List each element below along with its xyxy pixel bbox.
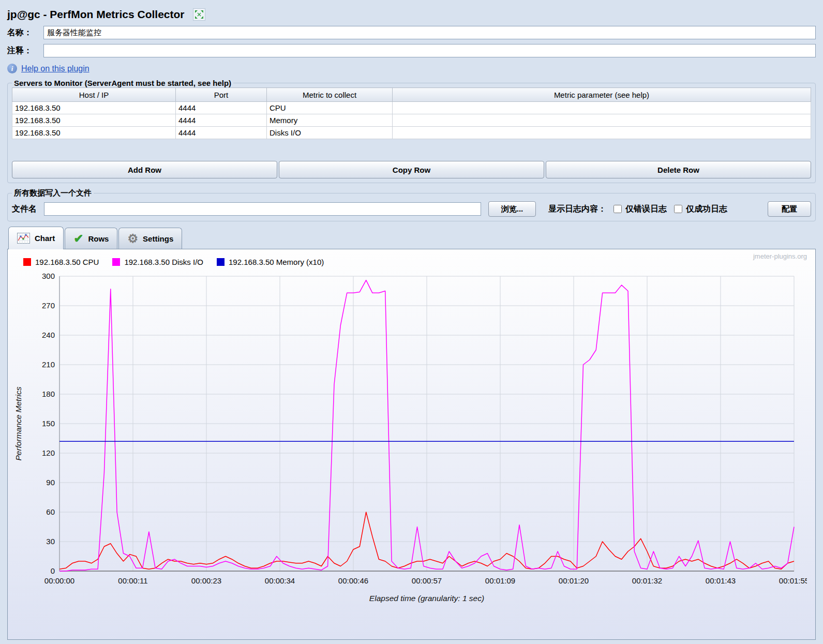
svg-text:240: 240	[42, 331, 55, 339]
header: jp@gc - PerfMon Metrics Collector	[7, 3, 816, 26]
cell-port[interactable]: 4444	[176, 127, 267, 139]
cell-metric[interactable]: CPU	[267, 102, 393, 114]
svg-text:00:01:20: 00:01:20	[559, 576, 589, 585]
file-fieldset: 所有数据写入一个文件 文件名 浏览... 显示日志内容： 仅错误日志 仅成功日志…	[7, 188, 816, 221]
column-header-metric: Metric to collect	[267, 88, 393, 102]
cell-host[interactable]: 192.168.3.50	[12, 102, 176, 114]
svg-text:60: 60	[46, 507, 55, 516]
errors-only-label: 仅错误日志	[625, 204, 667, 215]
file-fieldset-title: 所有数据写入一个文件	[12, 188, 94, 198]
add-row-button[interactable]: Add Row	[12, 161, 277, 178]
svg-text:00:01:55: 00:01:55	[779, 576, 807, 585]
cell-port[interactable]: 4444	[176, 102, 267, 114]
config-button[interactable]: 配置	[768, 201, 811, 217]
cell-port[interactable]: 4444	[176, 114, 267, 127]
legend-item-memory: 192.168.3.50 Memory (x10)	[217, 258, 324, 266]
browse-button[interactable]: 浏览...	[488, 201, 536, 217]
cell-host[interactable]: 192.168.3.50	[12, 114, 176, 127]
info-icon: i	[7, 64, 17, 73]
cell-host[interactable]: 192.168.3.50	[12, 127, 176, 139]
table-button-row: Add Row Copy Row Delete Row	[12, 161, 811, 178]
page-title: jp@gc - PerfMon Metrics Collector	[7, 8, 185, 21]
comments-input[interactable]	[43, 44, 816, 57]
comments-row: 注释：	[7, 44, 816, 57]
svg-text:00:01:43: 00:01:43	[706, 576, 736, 585]
comments-label: 注释：	[7, 46, 43, 56]
legend-label-disks: 192.168.3.50 Disks I/O	[124, 258, 203, 266]
legend-swatch-disks	[112, 258, 120, 266]
svg-text:210: 210	[42, 360, 55, 369]
svg-text:00:00:34: 00:00:34	[265, 576, 295, 585]
tab-bar: Chart ✔ Rows ⚙ Settings	[8, 227, 816, 249]
servers-fieldset-title: Servers to Monitor (ServerAgent must be …	[12, 79, 233, 87]
legend-swatch-cpu	[23, 258, 31, 266]
help-row: i Help on this plugin	[7, 64, 816, 73]
svg-text:Elapsed time (granularity: 1 s: Elapsed time (granularity: 1 sec)	[369, 594, 484, 603]
checkmark-icon: ✔	[73, 233, 83, 245]
filename-input[interactable]	[44, 202, 481, 216]
svg-text:00:00:57: 00:00:57	[412, 576, 442, 585]
gear-icon: ⚙	[127, 233, 138, 245]
svg-text:00:00:46: 00:00:46	[338, 576, 368, 585]
perfmon-plugin-window: jp@gc - PerfMon Metrics Collector 名称： 注释…	[0, 0, 823, 644]
svg-text:150: 150	[42, 419, 55, 428]
svg-text:120: 120	[42, 448, 55, 457]
expand-arrows-icon[interactable]	[193, 8, 205, 21]
name-input[interactable]	[43, 26, 816, 39]
success-only-checkbox[interactable]: 仅成功日志	[674, 204, 727, 215]
cell-param[interactable]	[393, 114, 811, 127]
name-row: 名称：	[7, 26, 816, 39]
errors-only-checkbox[interactable]: 仅错误日志	[613, 204, 667, 215]
tab-chart[interactable]: Chart	[8, 227, 64, 249]
svg-text:00:00:23: 00:00:23	[191, 576, 221, 585]
name-label: 名称：	[7, 27, 43, 38]
svg-text:180: 180	[42, 390, 55, 398]
cell-param[interactable]	[393, 127, 811, 139]
legend-label-cpu: 192.168.3.50 CPU	[35, 258, 99, 266]
svg-text:00:00:00: 00:00:00	[44, 576, 74, 585]
cell-param[interactable]	[393, 102, 811, 114]
chart-panel: jmeter-plugins.org 192.168.3.50 CPU 192.…	[7, 249, 816, 640]
svg-text:00:01:32: 00:01:32	[632, 576, 662, 585]
table-row[interactable]: 192.168.3.50 4444 Disks I/O	[12, 127, 811, 139]
legend-item-disks: 192.168.3.50 Disks I/O	[112, 258, 203, 266]
table-row[interactable]: 192.168.3.50 4444 CPU	[12, 102, 811, 114]
svg-text:300: 300	[42, 272, 55, 280]
column-header-host: Host / IP	[12, 88, 176, 102]
svg-text:270: 270	[42, 301, 55, 310]
errors-only-checkbox-box[interactable]	[613, 205, 622, 213]
column-header-port: Port	[176, 88, 267, 102]
svg-text:00:00:11: 00:00:11	[118, 576, 147, 585]
svg-text:00:01:09: 00:01:09	[485, 576, 515, 585]
tab-settings-label: Settings	[143, 234, 173, 243]
filename-label: 文件名	[12, 204, 37, 215]
svg-text:30: 30	[46, 537, 55, 546]
chart-legend: 192.168.3.50 CPU 192.168.3.50 Disks I/O …	[23, 256, 815, 268]
legend-label-memory: 192.168.3.50 Memory (x10)	[229, 258, 324, 266]
watermark-text: jmeter-plugins.org	[753, 252, 807, 260]
svg-text:90: 90	[46, 478, 55, 487]
chart-svg: 030609012015018021024027030000:00:0000:0…	[8, 269, 807, 606]
legend-item-cpu: 192.168.3.50 CPU	[23, 258, 99, 266]
legend-swatch-memory	[217, 258, 225, 266]
tab-chart-label: Chart	[35, 234, 55, 243]
svg-text:Performance Metrics: Performance Metrics	[14, 386, 23, 460]
cell-metric[interactable]: Memory	[267, 114, 393, 127]
file-row: 文件名 浏览... 显示日志内容： 仅错误日志 仅成功日志 配置	[12, 201, 811, 217]
log-content-label: 显示日志内容：	[548, 204, 606, 215]
tab-rows-label: Rows	[88, 234, 109, 243]
cell-metric[interactable]: Disks I/O	[267, 127, 393, 139]
tab-settings[interactable]: ⚙ Settings	[118, 228, 182, 249]
success-only-checkbox-box[interactable]	[674, 205, 682, 213]
svg-text:0: 0	[51, 566, 55, 575]
success-only-label: 仅成功日志	[686, 204, 727, 215]
table-header-row: Host / IP Port Metric to collect Metric …	[12, 88, 811, 102]
delete-row-button[interactable]: Delete Row	[546, 161, 811, 178]
servers-fieldset: Servers to Monitor (ServerAgent must be …	[7, 79, 816, 183]
column-header-param: Metric parameter (see help)	[393, 88, 811, 102]
servers-table: Host / IP Port Metric to collect Metric …	[12, 87, 811, 139]
tab-rows[interactable]: ✔ Rows	[65, 228, 117, 249]
help-link[interactable]: Help on this plugin	[21, 64, 89, 73]
table-row[interactable]: 192.168.3.50 4444 Memory	[12, 114, 811, 127]
copy-row-button[interactable]: Copy Row	[279, 161, 544, 178]
